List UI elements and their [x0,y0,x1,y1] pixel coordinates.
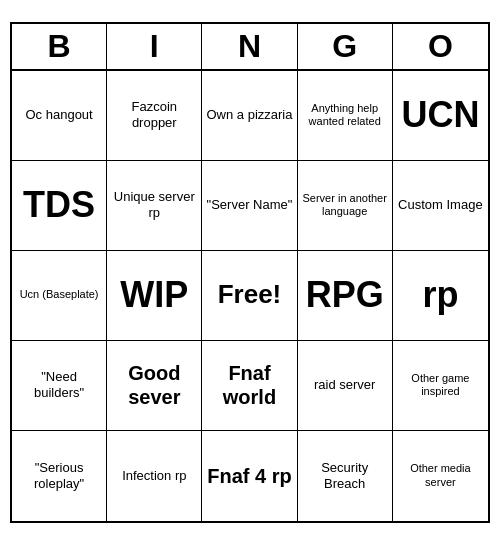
bingo-cell: Free! [202,251,297,341]
bingo-cell: Other game inspired [393,341,488,431]
bingo-cell: Security Breach [298,431,393,521]
bingo-cell: Server in another language [298,161,393,251]
bingo-cell: Fnaf world [202,341,297,431]
header-letter: G [298,24,393,69]
bingo-cell: "Need builders" [12,341,107,431]
header-letter: N [202,24,297,69]
bingo-cell: "Server Name" [202,161,297,251]
header-letter: B [12,24,107,69]
bingo-cell: Oc hangout [12,71,107,161]
header-letter: I [107,24,202,69]
bingo-cell: Fnaf 4 rp [202,431,297,521]
bingo-cell: "Serious roleplay" [12,431,107,521]
bingo-cell: RPG [298,251,393,341]
bingo-cell: TDS [12,161,107,251]
bingo-card: BINGO Oc hangoutFazcoin dropperOwn a piz… [10,22,490,523]
bingo-cell: Infection rp [107,431,202,521]
bingo-cell: Unique server rp [107,161,202,251]
bingo-cell: WIP [107,251,202,341]
bingo-grid: Oc hangoutFazcoin dropperOwn a pizzariaA… [12,71,488,521]
bingo-cell: Fazcoin dropper [107,71,202,161]
bingo-cell: Own a pizzaria [202,71,297,161]
bingo-cell: raid server [298,341,393,431]
bingo-cell: Ucn (Baseplate) [12,251,107,341]
bingo-cell: UCN [393,71,488,161]
bingo-cell: Other media server [393,431,488,521]
bingo-cell: Good sever [107,341,202,431]
bingo-cell: rp [393,251,488,341]
bingo-header: BINGO [12,24,488,71]
bingo-cell: Custom Image [393,161,488,251]
bingo-cell: Anything help wanted related [298,71,393,161]
header-letter: O [393,24,488,69]
